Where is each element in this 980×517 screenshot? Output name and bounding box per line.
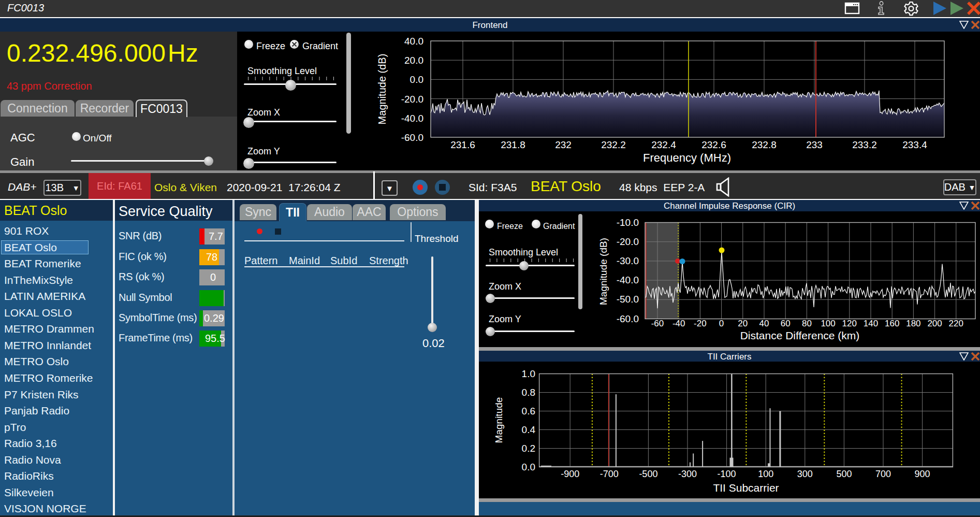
svg-text:100: 100 [758,469,773,479]
svg-text:-40.0: -40.0 [617,275,639,285]
svg-text:200: 200 [927,319,942,328]
svg-text:-900: -900 [561,469,579,479]
svg-text:180: 180 [906,319,920,328]
svg-text:231.8: 231.8 [501,139,525,150]
svg-text:300: 300 [797,469,813,479]
svg-text:-20.0: -20.0 [401,94,423,105]
svg-text:20: 20 [738,319,748,328]
svg-text:0.0: 0.0 [410,74,423,85]
svg-text:Distance Difference (km): Distance Difference (km) [740,329,860,341]
svg-text:500: 500 [836,469,852,479]
svg-text:233: 233 [806,139,823,150]
svg-text:233.2: 233.2 [852,139,877,150]
svg-text:-30.0: -30.0 [617,255,639,266]
svg-text:232: 232 [555,139,572,150]
svg-text:160: 160 [885,319,899,328]
svg-text:Magnitude (dB): Magnitude (dB) [376,54,388,125]
svg-text:-60.0: -60.0 [401,132,423,143]
svg-text:-700: -700 [600,469,619,479]
svg-text:-40.0: -40.0 [401,113,423,124]
svg-text:-500: -500 [639,469,657,479]
svg-text:232.4: 232.4 [651,139,676,150]
svg-text:0.6: 0.6 [522,406,535,417]
svg-text:-20.0: -20.0 [617,236,639,247]
svg-text:233.4: 233.4 [902,139,927,150]
svg-text:100: 100 [821,319,835,328]
svg-text:40: 40 [759,319,769,328]
svg-text:120: 120 [842,319,857,328]
svg-text:220: 220 [949,319,963,328]
svg-text:900: 900 [915,469,930,479]
svg-text:700: 700 [875,469,891,479]
svg-text:-100: -100 [718,469,736,479]
svg-text:232.6: 232.6 [701,139,726,150]
svg-text:40.0: 40.0 [404,36,423,47]
svg-text:-10.0: -10.0 [617,217,639,228]
svg-text:Magnitude: Magnitude [493,397,504,443]
svg-text:0.4: 0.4 [522,424,536,435]
svg-text:140: 140 [864,319,878,328]
svg-text:-300: -300 [678,469,697,479]
svg-text:20.0: 20.0 [404,55,423,66]
svg-text:TII Subcarrier: TII Subcarrier [713,482,779,494]
svg-text:Frequency (MHz): Frequency (MHz) [643,151,731,164]
svg-text:-20: -20 [694,319,707,328]
svg-text:0.0: 0.0 [522,462,535,472]
svg-text:0: 0 [719,319,724,328]
svg-text:-60.0: -60.0 [617,313,639,324]
svg-text:0.2: 0.2 [522,443,535,454]
svg-text:-50.0: -50.0 [617,294,639,305]
svg-text:0.8: 0.8 [522,387,535,398]
svg-text:60: 60 [781,319,791,328]
svg-text:-40: -40 [672,319,685,328]
svg-text:231.6: 231.6 [450,139,475,150]
svg-text:80: 80 [802,319,812,328]
svg-text:232.8: 232.8 [752,139,777,150]
svg-text:232.2: 232.2 [601,139,626,150]
svg-text:Magnitude (dB): Magnitude (dB) [598,238,609,305]
svg-text:1.0: 1.0 [522,368,535,379]
svg-text:-60: -60 [651,319,664,328]
